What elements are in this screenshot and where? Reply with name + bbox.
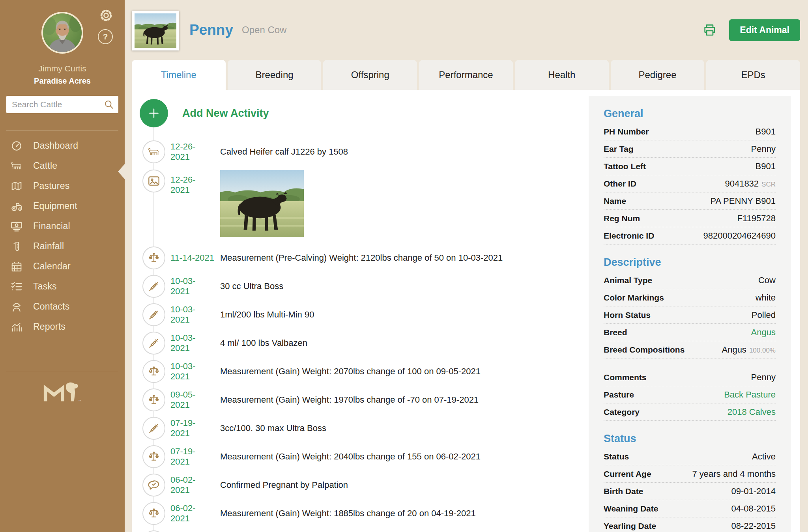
timeline-photo[interactable] bbox=[220, 170, 304, 237]
tab-breeding[interactable]: Breeding bbox=[228, 60, 322, 90]
info-row: Tattoo Left B901 bbox=[604, 158, 776, 175]
info-value: 9041832SCR bbox=[725, 179, 776, 189]
entry-date: 07-19-2021 bbox=[170, 446, 215, 467]
sidebar-item-reports[interactable]: Reports bbox=[0, 317, 125, 337]
sidebar-divider bbox=[6, 371, 118, 371]
scale-icon bbox=[142, 502, 165, 525]
timeline-entry[interactable]: 11-14-2021 Measurement (Pre-Calving) Wei… bbox=[132, 244, 589, 272]
info-label: Current Age bbox=[604, 469, 651, 479]
sidebar-item-rainfall[interactable]: Rainfall bbox=[0, 236, 125, 256]
entry-description: Calved Heifer calf J1226 by 1508 bbox=[220, 147, 348, 157]
ranch-name: Paradise Acres bbox=[0, 77, 125, 86]
gauge-icon bbox=[10, 139, 24, 153]
timeline-entry[interactable]: 10-03-2021 1ml/200 lbs Multi-Min 90 bbox=[132, 301, 589, 329]
sidebar-item-label: Cattle bbox=[33, 161, 57, 171]
info-row: Breed Angus bbox=[604, 324, 776, 341]
print-icon[interactable] bbox=[702, 22, 717, 37]
entry-date: 10-03-2021 bbox=[170, 361, 215, 382]
timeline-entry[interactable]: 07-19-2021 3cc/100. 30 max Ultra Boss bbox=[132, 414, 589, 442]
settings-gear-icon[interactable] bbox=[99, 8, 114, 23]
add-activity-button[interactable]: Add New Activity bbox=[132, 99, 589, 127]
header-actions: Edit Animal bbox=[702, 19, 800, 41]
info-label: PH Number bbox=[604, 127, 649, 136]
timeline-entry[interactable]: 12-26-2021 Calved Heifer calf J1226 by 1… bbox=[132, 138, 589, 166]
info-section-descriptive: Descriptive Animal Type Cow Color Markin… bbox=[604, 245, 776, 421]
info-value: Active bbox=[752, 452, 776, 462]
sidebar-item-label: Financial bbox=[33, 221, 70, 231]
sidebar: ? Jimmy Curtis Paradise Acres Dashboard … bbox=[0, 0, 125, 532]
search-icon[interactable] bbox=[103, 99, 114, 110]
sidebar-item-label: Dashboard bbox=[33, 140, 78, 151]
entry-description: 3cc/100. 30 max Ultra Boss bbox=[220, 423, 326, 433]
tab-offspring[interactable]: Offspring bbox=[323, 60, 417, 90]
sidebar-item-tasks[interactable]: Tasks bbox=[0, 276, 125, 297]
syringe-icon bbox=[142, 417, 165, 440]
timeline-entry[interactable]: 10-03-2021 4 ml/ 100 lbs Valbazen bbox=[132, 329, 589, 357]
info-row: Electronic ID 982000204624690 bbox=[604, 227, 776, 245]
sidebar-item-pastures[interactable]: Pastures bbox=[0, 176, 125, 196]
sidebar-item-financial[interactable]: Financial bbox=[0, 216, 125, 236]
info-value[interactable]: Back Pasture bbox=[724, 390, 776, 400]
info-value-suffix: 100.00% bbox=[749, 347, 776, 354]
info-value: B901 bbox=[756, 161, 776, 172]
entry-date: 12-26-2021 bbox=[170, 175, 215, 195]
info-row: Yearling Date 08-22-2015 bbox=[604, 517, 776, 532]
tab-performance[interactable]: Performance bbox=[419, 60, 513, 90]
user-name: Jimmy Curtis bbox=[0, 64, 125, 73]
info-label: Birth Date bbox=[604, 487, 643, 496]
sidebar-item-dashboard[interactable]: Dashboard bbox=[0, 136, 125, 156]
entry-date: 09-05-2021 bbox=[170, 390, 215, 410]
checklist-icon bbox=[10, 280, 24, 293]
info-value[interactable]: 2018 Calves bbox=[728, 407, 776, 417]
entry-description: 4 ml/ 100 lbs Valbazen bbox=[220, 338, 307, 348]
timeline-entry[interactable]: 10-03-2021 Measurement (Gain) Weight: 20… bbox=[132, 357, 589, 386]
info-value: 7 years and 4 months bbox=[692, 469, 776, 479]
svg-text:™: ™ bbox=[78, 399, 82, 403]
entry-description: Measurement (Gain) Weight: 2040lbs chang… bbox=[220, 452, 481, 462]
timeline-entry-partial[interactable] bbox=[132, 528, 589, 532]
cow-icon bbox=[10, 159, 24, 173]
info-label: Category bbox=[604, 407, 640, 417]
entry-description: Confirmed Pregnant by Palpation bbox=[220, 480, 348, 490]
sidebar-item-label: Calendar bbox=[33, 261, 71, 272]
info-label: Tattoo Left bbox=[604, 162, 646, 171]
tab-epds[interactable]: EPDs bbox=[706, 60, 800, 90]
search-input[interactable] bbox=[6, 96, 118, 113]
timeline-entry[interactable]: 10-03-2021 30 cc Ultra Boss bbox=[132, 272, 589, 301]
animal-photo-thumbnail[interactable] bbox=[132, 11, 179, 50]
sidebar-item-cattle[interactable]: Cattle bbox=[0, 156, 125, 176]
tab-timeline[interactable]: Timeline bbox=[132, 60, 226, 90]
timeline-entry[interactable]: 06-02-2021 Measurement (Gain) Weight: 18… bbox=[132, 499, 589, 528]
help-icon[interactable]: ? bbox=[98, 29, 113, 44]
timeline-entry[interactable]: 06-02-2021 Confirmed Pregnant by Palpati… bbox=[132, 471, 589, 499]
plus-icon[interactable] bbox=[140, 99, 168, 127]
info-value[interactable]: Angus bbox=[751, 327, 776, 338]
tab-pedigree[interactable]: Pedigree bbox=[611, 60, 705, 90]
timeline-entry[interactable]: 12-26-2021 bbox=[132, 166, 589, 244]
timeline-entry[interactable]: 07-19-2021 Measurement (Gain) Weight: 20… bbox=[132, 442, 589, 471]
info-label: Horn Status bbox=[604, 310, 651, 320]
syringe-icon bbox=[142, 275, 165, 298]
animal-info-panel: General PH Number B901 Ear Tag Penny Tat… bbox=[589, 96, 791, 532]
info-value: 08-22-2015 bbox=[731, 521, 776, 531]
sidebar-nav: Dashboard Cattle Pastures Equipment Fina… bbox=[0, 136, 125, 337]
tab-health[interactable]: Health bbox=[515, 60, 609, 90]
sidebar-item-equipment[interactable]: Equipment bbox=[0, 196, 125, 216]
info-row: PH Number B901 bbox=[604, 123, 776, 140]
search-box bbox=[6, 96, 118, 113]
info-row: Color Markings white bbox=[604, 289, 776, 306]
info-label: Comments bbox=[604, 373, 647, 382]
timeline-entry[interactable]: 09-05-2021 Measurement (Gain) Weight: 19… bbox=[132, 386, 589, 414]
user-avatar bbox=[41, 12, 83, 54]
info-label: Breed bbox=[604, 328, 627, 337]
map-icon bbox=[10, 179, 24, 193]
info-row: Breed Compositions Angus100.00% bbox=[604, 341, 776, 358]
sidebar-item-contacts[interactable]: Contacts bbox=[0, 297, 125, 317]
entry-date: 07-19-2021 bbox=[170, 418, 215, 439]
edit-animal-button[interactable]: Edit Animal bbox=[729, 19, 800, 41]
cattlemax-cow-logo: ™ bbox=[38, 380, 87, 413]
sidebar-item-calendar[interactable]: Calendar bbox=[0, 256, 125, 276]
entry-date: 10-03-2021 bbox=[170, 333, 215, 353]
sidebar-item-label: Equipment bbox=[33, 201, 77, 211]
info-label: Color Markings bbox=[604, 293, 664, 302]
